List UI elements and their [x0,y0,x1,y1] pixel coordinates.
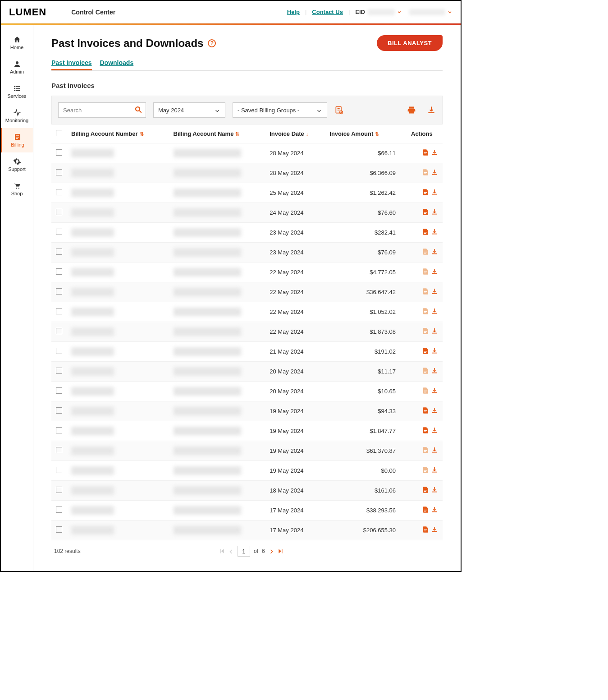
view-pdf-icon[interactable] [422,169,429,176]
download-icon[interactable] [431,367,438,374]
download-icon[interactable] [431,228,438,235]
view-pdf-icon[interactable] [422,149,429,156]
download-icon[interactable] [431,268,438,275]
view-pdf-icon[interactable] [422,208,429,216]
view-pdf-icon[interactable] [422,447,429,454]
pager-last-icon[interactable] [278,548,284,555]
view-pdf-icon[interactable] [422,288,429,295]
view-pdf-icon[interactable] [422,327,429,335]
download-icon[interactable] [431,327,438,335]
download-icon[interactable] [431,407,438,414]
bill-analyst-button[interactable]: BILL ANALYST [377,35,443,51]
row-checkbox[interactable] [56,447,62,453]
row-checkbox[interactable] [56,189,62,195]
eid-chevron-down-icon[interactable] [397,9,402,15]
row-checkbox[interactable] [56,328,62,334]
contact-link[interactable]: Contact Us [312,9,343,15]
view-pdf-icon[interactable] [422,189,429,196]
row-checkbox[interactable] [56,467,62,473]
row-checkbox[interactable] [56,407,62,414]
download-icon[interactable] [431,169,438,176]
view-pdf-icon[interactable] [422,308,429,315]
search-input[interactable] [58,102,146,118]
download-icon[interactable] [431,466,438,474]
download-icon[interactable] [431,248,438,255]
pager-next-icon[interactable] [269,548,274,554]
nav-monitoring[interactable]: Monitoring [1,104,33,128]
billing-group-select[interactable]: - Saved Billing Groups - [233,102,327,118]
search-icon[interactable] [134,106,142,114]
row-checkbox[interactable] [56,487,62,493]
invoice-date: 17 May 2024 [265,501,325,520]
download-all-icon[interactable] [427,106,436,115]
download-icon[interactable] [431,506,438,513]
row-checkbox[interactable] [56,368,62,374]
row-checkbox[interactable] [56,507,62,513]
view-pdf-icon[interactable] [422,347,429,355]
col-account-number[interactable]: Billing Account Number [71,130,138,137]
help-icon[interactable]: ? [208,39,216,47]
nav-billing[interactable]: Billing [1,128,33,152]
download-icon[interactable] [431,526,438,533]
download-icon[interactable] [431,347,438,355]
view-pdf-icon[interactable] [422,486,429,493]
pager-prev-icon[interactable] [229,548,234,554]
row-checkbox[interactable] [56,526,62,533]
sort-icon[interactable]: ↓ [306,131,309,137]
download-icon[interactable] [431,208,438,216]
row-checkbox[interactable] [56,169,62,175]
view-pdf-icon[interactable] [422,228,429,235]
download-icon[interactable] [431,387,438,394]
tab-past-invoices[interactable]: Past Invoices [51,59,92,70]
user-chevron-down-icon[interactable] [447,9,453,15]
view-pdf-icon[interactable] [422,526,429,533]
download-icon[interactable] [431,288,438,295]
row-checkbox[interactable] [56,209,62,215]
download-icon[interactable] [431,189,438,196]
row-checkbox[interactable] [56,268,62,275]
col-invoice-amount[interactable]: Invoice Amount [329,130,373,137]
print-icon[interactable] [407,106,416,115]
sort-icon[interactable]: ⇅ [235,131,239,137]
nav-home[interactable]: Home [1,31,33,55]
row-checkbox[interactable] [56,387,62,394]
select-all-checkbox[interactable] [56,130,62,136]
view-pdf-icon[interactable] [422,367,429,374]
help-link[interactable]: Help [287,9,300,15]
view-pdf-icon[interactable] [422,407,429,414]
col-invoice-date[interactable]: Invoice Date [270,130,304,137]
nav-support[interactable]: Support [1,152,33,177]
col-account-name[interactable]: Billing Account Name [174,130,234,137]
download-icon[interactable] [431,149,438,156]
view-pdf-icon[interactable] [422,248,429,255]
row-checkbox[interactable] [56,229,62,235]
sort-icon[interactable]: ⇅ [140,131,144,137]
pager-page-input[interactable] [238,546,250,557]
view-pdf-icon[interactable] [422,268,429,275]
view-pdf-icon[interactable] [422,466,429,474]
row-checkbox[interactable] [56,149,62,156]
nav-shop[interactable]: Shop [1,177,33,201]
download-icon[interactable] [431,447,438,454]
view-pdf-icon[interactable] [422,506,429,513]
nav-admin[interactable]: Admin [1,55,33,79]
row-checkbox[interactable] [56,427,62,433]
row-checkbox[interactable] [56,288,62,295]
download-icon[interactable] [431,486,438,493]
tab-downloads[interactable]: Downloads [100,59,134,70]
view-pdf-icon[interactable] [422,387,429,394]
download-icon[interactable] [431,308,438,315]
view-pdf-icon[interactable] [422,427,429,434]
sort-icon[interactable]: ⇅ [375,131,379,137]
pager-first-icon[interactable] [219,548,225,555]
svg-rect-35 [424,352,426,353]
row-checkbox[interactable] [56,308,62,314]
configure-groups-icon[interactable] [334,106,343,115]
row-checkbox[interactable] [56,348,62,354]
row-checkbox[interactable] [56,249,62,255]
invoice-amount: $10.65 [325,382,407,401]
month-select[interactable]: May 2024 [153,102,225,118]
nav-services[interactable]: Services [1,79,33,104]
invoice-date: 19 May 2024 [265,421,325,441]
download-icon[interactable] [431,427,438,434]
